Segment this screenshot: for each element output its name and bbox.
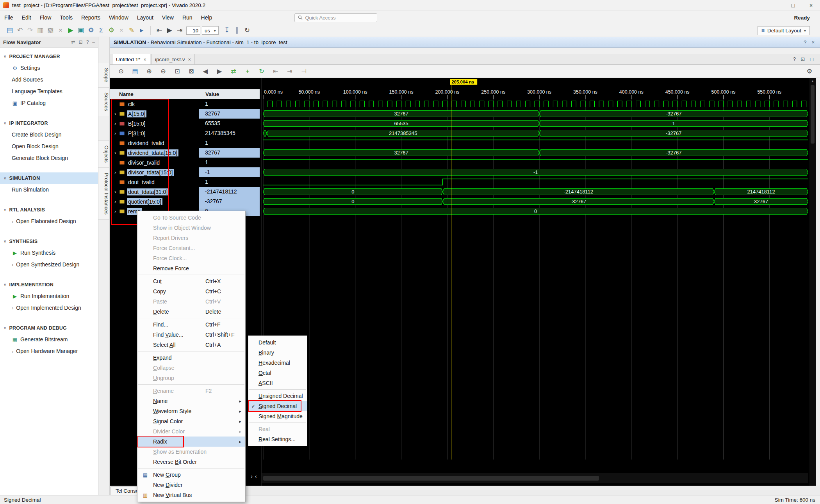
fn-section-header-simulation[interactable]: ∨SIMULATION bbox=[0, 172, 98, 184]
fn-item-settings[interactable]: ⚙Settings bbox=[0, 62, 98, 74]
signal-row-dividend-tvalid[interactable]: dividend_tvalid1 bbox=[110, 138, 260, 148]
fn-item-language-templates[interactable]: Language Templates bbox=[0, 85, 98, 97]
menu-file[interactable]: File bbox=[0, 13, 18, 22]
menu-item-signal-color[interactable]: Signal Color▸ bbox=[137, 416, 245, 426]
menu-window[interactable]: Window bbox=[105, 13, 133, 22]
fn-item-run-simulation[interactable]: Run Simulation bbox=[0, 184, 98, 195]
menu-item-new-group[interactable]: ▦New Group bbox=[137, 470, 245, 480]
flow-nav-help-icon[interactable]: ? bbox=[86, 39, 89, 45]
swap-cursor-icon[interactable]: ⇄ bbox=[229, 67, 238, 76]
tasks-gear-icon[interactable]: ⚙ bbox=[106, 26, 116, 35]
menu-item-cut[interactable]: CutCtrl+X bbox=[137, 276, 245, 286]
splitter-collapse-icons[interactable]: ›‹ bbox=[249, 473, 261, 479]
menu-item-new-virtual-bus[interactable]: ▥New Virtual Bus bbox=[137, 490, 245, 500]
zoom-to-cursor-icon[interactable]: ⊠ bbox=[187, 67, 196, 76]
expand-signal-icon[interactable]: › bbox=[114, 121, 119, 126]
fn-item-open-elaborated-design[interactable]: ›Open Elaborated Design bbox=[0, 215, 98, 227]
expand-signal-icon[interactable]: › bbox=[114, 130, 119, 136]
fn-item-ip-catalog[interactable]: ▣IP Catalog bbox=[0, 97, 98, 109]
menu-item-octal[interactable]: Octal bbox=[248, 368, 307, 378]
signal-row-dividend-tdata-15-0[interactable]: ›dividend_tdata[15:0]32767 bbox=[110, 148, 260, 158]
menu-item-new-divider[interactable]: New Divider bbox=[137, 480, 245, 490]
signal-row-divisor-tvalid[interactable]: divisor_tvalid1 bbox=[110, 158, 260, 167]
flow-nav-dock-icon[interactable]: ⊡ bbox=[79, 39, 83, 45]
editor-help-icon[interactable]: ? bbox=[793, 56, 796, 62]
minimize-button[interactable]: — bbox=[766, 0, 784, 11]
signal-row-a-15-0[interactable]: ›A[15:0]32767 bbox=[110, 109, 260, 119]
zoom-out-icon[interactable]: ⊖ bbox=[159, 67, 168, 76]
signal-row-clk[interactable]: clk1 bbox=[110, 99, 260, 109]
undo-icon[interactable]: ↶ bbox=[15, 26, 25, 35]
restart-sim-icon[interactable]: ⇤ bbox=[154, 26, 164, 35]
edit-icon[interactable]: ✎ bbox=[127, 26, 137, 35]
float-window-icon[interactable]: ⊡ bbox=[800, 56, 805, 62]
goto-end-icon[interactable]: ⇥ bbox=[285, 67, 294, 76]
next-transition-icon[interactable]: ▶ bbox=[215, 67, 224, 76]
menu-edit[interactable]: Edit bbox=[18, 13, 36, 22]
name-column-header[interactable]: Name bbox=[110, 91, 199, 97]
waveform-canvas[interactable]: 0.000 ns50.000 ns100.000 ns150.000 ns200… bbox=[262, 78, 808, 486]
close-tab-icon[interactable]: × bbox=[143, 57, 146, 62]
menu-item-waveform-style[interactable]: Waveform Style▸ bbox=[137, 406, 245, 416]
scroll-up-icon[interactable]: ▲ bbox=[809, 78, 816, 83]
sum-icon[interactable]: Σ bbox=[96, 26, 106, 35]
tab-ipcore-test-v[interactable]: ipcore_test.v× bbox=[151, 54, 195, 64]
expand-signal-icon[interactable]: › bbox=[114, 150, 119, 156]
tab-untitled-1[interactable]: Untitled 1*× bbox=[112, 54, 150, 64]
maximize-button[interactable]: □ bbox=[784, 0, 802, 11]
fn-section-header-implementation[interactable]: ∨IMPLEMENTATION bbox=[0, 279, 98, 290]
menu-item-unsigned-decimal[interactable]: Unsigned Decimal bbox=[248, 391, 307, 401]
menu-help[interactable]: Help bbox=[197, 13, 217, 22]
menu-item-default[interactable]: Default bbox=[248, 337, 307, 348]
menu-item-binary[interactable]: Binary bbox=[248, 348, 307, 358]
horizontal-scrollbar[interactable] bbox=[262, 473, 808, 483]
fn-item-open-hardware-manager[interactable]: ›Open Hardware Manager bbox=[0, 345, 98, 357]
goto-start-icon[interactable]: ⇤ bbox=[271, 67, 280, 76]
fn-section-header-ip-integrator[interactable]: ∨IP INTEGRATOR bbox=[0, 117, 98, 129]
menu-item-copy[interactable]: CopyCtrl+C bbox=[137, 286, 245, 296]
panel-help-icon[interactable]: ? bbox=[804, 39, 806, 45]
menu-item-select-all[interactable]: Select AllCtrl+A bbox=[137, 340, 245, 350]
menu-item-find-value[interactable]: Find Value...Ctrl+Shift+F bbox=[137, 330, 245, 340]
menu-item-remove-force[interactable]: Remove Force bbox=[137, 263, 245, 273]
menu-item-real-settings[interactable]: Real Settings... bbox=[248, 434, 307, 444]
paste-icon[interactable]: ▧ bbox=[45, 26, 55, 35]
fn-item-run-synthesis[interactable]: ▶Run Synthesis bbox=[0, 247, 98, 259]
zoom-fit-icon[interactable]: ⊡ bbox=[173, 67, 182, 76]
expand-signal-icon[interactable]: › bbox=[114, 189, 119, 195]
menu-reports[interactable]: Reports bbox=[77, 13, 105, 22]
fn-item-open-block-design[interactable]: Open Block Design bbox=[0, 140, 98, 152]
menu-item-radix[interactable]: Radix▸ bbox=[137, 437, 245, 447]
delete-icon[interactable]: × bbox=[55, 26, 66, 35]
fn-item-generate-block-design[interactable]: Generate Block Design bbox=[0, 152, 98, 164]
fn-section-header-synthesis[interactable]: ∨SYNTHESIS bbox=[0, 236, 98, 247]
panel-close-icon[interactable]: × bbox=[811, 39, 815, 45]
run-all-icon[interactable]: ▶ bbox=[164, 26, 175, 35]
find-icon[interactable]: ⊙ bbox=[117, 67, 125, 76]
expand-signal-icon[interactable]: › bbox=[114, 199, 119, 204]
side-tab-sources[interactable]: Sources bbox=[98, 87, 109, 116]
fit-markers-icon[interactable]: ⊣ bbox=[299, 67, 308, 76]
probe-icon[interactable]: ▸ bbox=[137, 26, 147, 35]
menu-item-hexadecimal[interactable]: Hexadecimal bbox=[248, 358, 307, 368]
menu-view[interactable]: View bbox=[158, 13, 178, 22]
expand-signal-icon[interactable]: › bbox=[114, 208, 119, 214]
quick-access-search[interactable]: Quick Access bbox=[294, 13, 377, 22]
relaunch-icon[interactable]: ↻ bbox=[242, 26, 252, 35]
wave-settings-gear-icon[interactable]: ⚙ bbox=[807, 67, 812, 75]
fn-item-create-block-design[interactable]: Create Block Design bbox=[0, 129, 98, 140]
relaunch-wave-icon[interactable]: ↻ bbox=[257, 67, 266, 76]
redo-icon[interactable]: ↷ bbox=[25, 26, 35, 35]
menu-item-expand[interactable]: Expand bbox=[137, 353, 245, 363]
flow-nav-options-icon[interactable]: ⇄ bbox=[71, 39, 75, 45]
run-for-time-icon[interactable]: ⇥ bbox=[175, 26, 185, 35]
close-button[interactable]: × bbox=[802, 0, 820, 11]
save-project-icon[interactable]: ▤ bbox=[5, 26, 15, 35]
fn-section-header-project-manager[interactable]: ∨PROJECT MANAGER bbox=[0, 51, 98, 62]
fn-item-open-synthesized-design[interactable]: ›Open Synthesized Design bbox=[0, 259, 98, 270]
menu-item-signed-magnitude[interactable]: Signed Magnitude bbox=[248, 411, 307, 421]
menu-item-delete[interactable]: DeleteDelete bbox=[137, 307, 245, 317]
run-icon[interactable]: ▶ bbox=[66, 26, 76, 35]
zoom-in-icon[interactable]: ⊕ bbox=[145, 67, 153, 76]
report-icon[interactable]: ▣ bbox=[76, 26, 86, 35]
